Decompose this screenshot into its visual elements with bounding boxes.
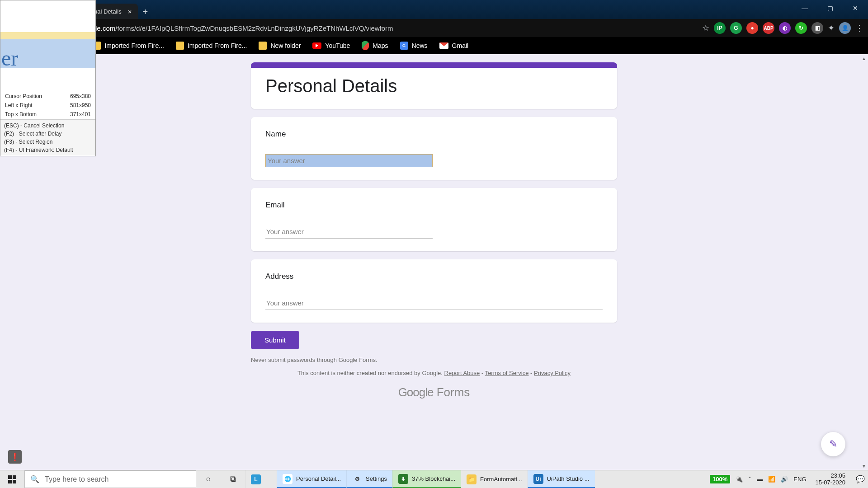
youtube-icon [312, 42, 321, 49]
extensions-icon[interactable]: ✦ [828, 23, 835, 33]
taskbar-search[interactable]: 🔍 Type here to search [24, 470, 196, 488]
google-forms-brand[interactable]: Google Forms [251, 385, 617, 399]
search-icon: 🔍 [30, 475, 39, 483]
privacy-link[interactable]: Privacy Policy [534, 370, 571, 376]
name-input[interactable] [265, 154, 433, 167]
taskbar-app-download[interactable]: ⬇37% Blockchai... [392, 470, 461, 488]
edit-form-fab[interactable]: ✎ [821, 432, 845, 456]
folder-icon [259, 42, 267, 50]
notifications-button[interactable]: 💬 [853, 470, 868, 488]
url-display[interactable]: s.google.com/forms/d/e/1FAIpQLSflrmTogZw… [72, 24, 698, 32]
legal-footer: This content is neither created nor endo… [251, 370, 617, 376]
bookmarks-bar: ted Imported From Fire... Imported From … [0, 37, 868, 54]
close-tab-icon[interactable]: × [128, 8, 132, 15]
titlebar: Personal Details × + — ▢ ✕ [0, 0, 868, 19]
report-abuse-link[interactable]: Report Abuse [444, 370, 480, 376]
news-icon: G [400, 42, 408, 50]
bookmark-youtube[interactable]: YouTube [312, 42, 350, 49]
question-address-label: Address [265, 272, 603, 281]
scroll-up-icon[interactable]: ▲ [860, 54, 868, 62]
ext-red-icon[interactable]: ● [746, 22, 758, 34]
bookmark-imported-1[interactable]: Imported From Fire... [93, 42, 164, 50]
ext-grey-icon[interactable]: ◧ [811, 22, 823, 34]
report-problem-button[interactable]: ❗ [8, 450, 22, 464]
minimize-button[interactable]: — [792, 0, 817, 16]
svg-rect-1 [13, 475, 16, 479]
windows-icon [8, 475, 16, 483]
new-tab-button[interactable]: + [142, 7, 148, 17]
screenshot-coords-table: Cursor Position695x380 Left x Right581x9… [0, 91, 95, 119]
password-warning: Never submit passwords through Google Fo… [251, 357, 617, 363]
bookmark-imported-2[interactable]: Imported From Fire... [176, 42, 247, 50]
taskbar: 🔍 Type here to search ○ ⧉ L 🌐Personal De… [0, 470, 868, 488]
gmail-icon [439, 42, 448, 49]
screenshot-preview: er [0, 0, 95, 91]
taskbar-app-settings[interactable]: ⚙Settings [346, 470, 392, 488]
window-close-button[interactable]: ✕ [843, 0, 868, 16]
submit-button[interactable]: Submit [251, 331, 299, 349]
ext-purple-icon[interactable]: ◐ [779, 22, 791, 34]
question-email-card: Email [251, 188, 617, 251]
page-viewport: Personal Details Name Email Address Subm… [0, 54, 868, 470]
battery-indicator[interactable]: 100% [710, 475, 730, 483]
maps-icon [362, 41, 369, 50]
question-email-label: Email [265, 201, 603, 210]
start-button[interactable] [0, 470, 24, 488]
menu-icon[interactable]: ⋮ [855, 23, 863, 33]
bookmark-news[interactable]: GNews [400, 42, 428, 50]
tray-wifi-icon[interactable]: 📶 [768, 476, 775, 483]
search-placeholder: Type here to search [45, 475, 108, 483]
address-input[interactable] [265, 296, 603, 310]
ext-abp-icon[interactable]: ABP [763, 22, 774, 34]
screenshot-tool-overlay: er Cursor Position695x380 Left x Right58… [0, 0, 96, 156]
tray-language[interactable]: ENG [793, 476, 806, 483]
address-bar: s.google.com/forms/d/e/1FAIpQLSflrmTogZw… [0, 19, 868, 37]
bookmark-gmail[interactable]: Gmail [439, 42, 469, 49]
scroll-down-icon[interactable]: ▼ [860, 462, 868, 470]
tray-volume-icon[interactable]: 🔊 [781, 476, 788, 483]
tray-plug-icon[interactable]: 🔌 [736, 476, 743, 483]
tray-chevron-icon[interactable]: ˄ [748, 476, 751, 483]
ext-ip-icon[interactable]: IP [714, 22, 726, 34]
svg-rect-3 [13, 480, 16, 483]
bookmark-new-folder[interactable]: New folder [259, 42, 301, 50]
question-name-card: Name [251, 117, 617, 180]
email-input[interactable] [265, 225, 433, 239]
question-address-card: Address [251, 259, 617, 323]
profile-avatar[interactable]: 👤 [839, 22, 851, 34]
star-icon[interactable]: ☆ [702, 23, 709, 33]
ext-grammarly-icon[interactable]: G [730, 22, 742, 34]
maximize-button[interactable]: ▢ [817, 0, 843, 16]
form-header-card: Personal Details [251, 62, 617, 109]
tray-clock[interactable]: 23:05 15-07-2020 [812, 473, 849, 486]
taskbar-app-chrome[interactable]: 🌐Personal Detail... [277, 470, 346, 488]
ext-green-icon[interactable]: ↻ [795, 22, 807, 34]
task-view-button[interactable]: ⧉ [221, 470, 245, 488]
svg-rect-2 [8, 480, 12, 483]
taskbar-app-l[interactable]: L [245, 470, 277, 488]
form-title: Personal Details [265, 76, 603, 96]
bookmark-maps[interactable]: Maps [362, 41, 388, 50]
folder-icon [176, 42, 184, 50]
screenshot-hotkeys: (ESC) - Cancel Selection (F2) - Select a… [0, 119, 95, 156]
tray-battery-icon[interactable]: ▬ [757, 476, 763, 483]
taskbar-app-folder[interactable]: 📁FormAutomati... [461, 470, 527, 488]
system-tray: 100% 🔌 ˄ ▬ 📶 🔊 ENG 23:05 15-07-2020 [706, 470, 853, 488]
tos-link[interactable]: Terms of Service [485, 370, 529, 376]
cortana-button[interactable]: ○ [196, 470, 221, 488]
svg-rect-0 [8, 475, 12, 479]
taskbar-app-uipath[interactable]: UiUiPath Studio ... [528, 470, 595, 488]
question-name-label: Name [265, 130, 603, 139]
scrollbar[interactable]: ▲ ▼ [860, 54, 868, 470]
